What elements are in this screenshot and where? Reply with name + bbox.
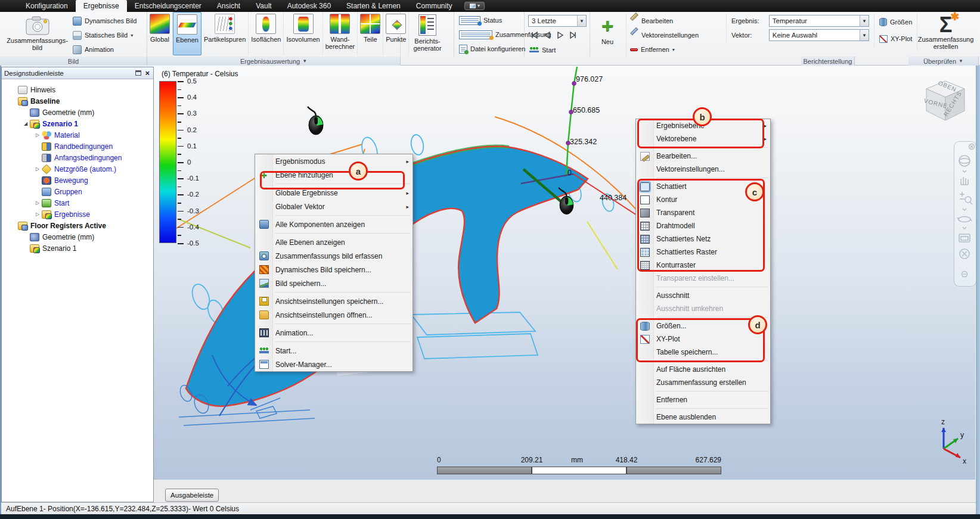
menu-item-start[interactable]: Start... [255,344,413,358]
zusammenfassungsbild-button[interactable]: Zusammenfassungs- bild [6,14,69,51]
menu-item-schattiertes-netz[interactable]: Schattiertes Netz [636,232,770,245]
view-cube[interactable]: OBEN VORNE RECHTS [917,75,974,132]
menu-item-globaler-vektor[interactable]: Globaler Vektor▸ [255,200,413,213]
skip-last-button[interactable] [567,30,579,41]
ribbon-button-global[interactable]: Global [147,12,173,55]
tree-item-netzgröße-autom[interactable]: ▷Netzgröße (autom.) [2,163,153,175]
menu-item-alle-komponenten-anzeigen[interactable]: Alle Komponenten anzeigen [255,217,413,231]
menu-item-transparent[interactable]: Transparent [636,206,770,219]
neu-button[interactable]: + Neu [595,15,620,45]
tree-item-gruppen[interactable]: Gruppen [2,186,153,197]
iteration-dropdown[interactable]: 3 Letzte ▼ [528,15,587,27]
previous-button[interactable] [541,30,553,41]
menu-item-ergebnismodus[interactable]: Ergebnismodus▸ [255,154,413,168]
tree-item-material[interactable]: ▷Material [2,129,153,141]
ergebnis-dropdown[interactable]: Temperatur▼ [769,15,869,27]
image-icon [259,279,269,288]
menu-item-bild-speichern[interactable]: Bild speichern... [255,276,413,290]
ribbon-button-teile[interactable]: Teile [358,12,383,55]
ribbon-button-bearbeiten[interactable]: Bearbeiten [630,14,699,28]
ribbon-button-größen[interactable]: Größen [879,14,912,30]
tab-konfiguration[interactable]: Konfiguration [18,0,76,12]
tree-item-geometrie-mm[interactable]: Geometrie (mm) [2,107,153,118]
tree-expander-icon[interactable]: ◢ [22,121,29,126]
tab-entscheidungscenter[interactable]: Entscheidungscenter [127,0,209,12]
float-panel-icon[interactable] [135,70,141,76]
menu-item-animation[interactable]: Animation... [255,326,413,340]
menu-item-ansichtseinstellungen-speichern[interactable]: Ansichtseinstellungen speichern... [255,294,413,308]
ribbon-button-dynamisches-bild[interactable]: Dynamisches Bild [73,14,137,28]
vektor-dropdown[interactable]: Keine Auswahl▼ [769,29,869,41]
tab-ansicht[interactable]: Ansicht [209,0,248,12]
group-label-ueberpruefen[interactable]: Überprüfen▼ [908,57,979,66]
tree-item-bewegung[interactable]: Bewegung [2,175,153,186]
menu-item-ebene-hinzufügen[interactable]: Ebene hinzufügen [255,168,413,182]
ribbon-button-isovolumen[interactable]: Isovolumen [284,12,322,55]
menu-item-xy-plot[interactable]: XY-Plot [636,332,770,346]
tab-vault[interactable]: Vault [248,0,279,12]
menu-item-vektorebene[interactable]: Vektorebene▸ [636,132,770,145]
tab-community[interactable]: Community [408,0,460,12]
vtf-icon [259,265,269,274]
tree-item-baseline[interactable]: Baseline [2,95,153,107]
menu-item-vektoreinstellungen[interactable]: Vektoreinstellungen... [636,163,770,176]
menu-item-alle-ebenen-anzeigen[interactable]: Alle Ebenen anzeigen [255,235,413,249]
tree-item-szenario-1[interactable]: ◢Szenario 1 [2,118,153,129]
menu-item-globale-ergebnisse[interactable]: Globale Ergebnisse▸ [255,186,413,200]
tree-expander-icon[interactable]: ▷ [34,212,41,217]
tree-expander-icon[interactable]: ▷ [34,200,41,206]
ribbon-button-partikelspuren[interactable]: Partikelspuren [201,12,249,55]
tab-ergebnisse[interactable]: Ergebnisse [76,0,127,12]
chevron-down-icon: ▼ [860,15,869,26]
global-cube-icon [150,14,170,34]
berichtsgenerator-button[interactable]: Berichts-generator [410,14,445,52]
menu-item-solver-manager[interactable]: Solver-Manager... [255,358,413,371]
start-button[interactable]: Start [529,43,556,57]
menu-item-drahtmodell[interactable]: Drahtmodell [636,219,770,232]
ribbon-button-wand-berechner[interactable]: Wand-berechner [323,12,358,55]
group-label-ergebnisauswertung[interactable]: Ergebnisauswertung▼ [147,57,401,66]
skip-first-button[interactable] [528,30,540,41]
spark-icon: ✱ [950,13,959,20]
menu-item-transparenz-einstellen[interactable]: Transparenz einstellen... [636,272,770,285]
ribbon-button-animation[interactable]: Animation [73,42,137,57]
tree-item-randbedingungen[interactable]: Randbedingungen [2,141,153,152]
tab-starten-lernen[interactable]: Starten & Lernen [339,0,408,12]
menu-item-zusammenfassungs-bild-erfassen[interactable]: Zusammenfassungs bild erfassen [255,249,413,263]
ribbon-button-ebenen[interactable]: Ebenen [173,12,201,55]
next-button[interactable] [554,30,566,41]
tree-expander-icon[interactable]: ▷ [34,166,41,172]
menu-item-tabelle-speichern[interactable]: Tabelle speichern... [636,346,770,359]
menu-item-ausschnitt-umkehren[interactable]: Ausschnitt umkehren [636,302,770,315]
menu-item-entfernen[interactable]: Entfernen [636,393,770,406]
output-bar-button[interactable]: Ausgabeleiste [165,489,219,502]
close-panel-icon[interactable]: × [145,70,150,76]
image-menu-button[interactable]: ▾ [464,2,485,10]
tab-autodesk-360[interactable]: Autodesk 360 [280,0,339,12]
tree-item-anfangsbedingungen[interactable]: Anfangsbedingungen [2,152,153,163]
ribbon-button-xy-plot[interactable]: XY-Plot [879,30,912,47]
legend-tick [178,122,181,123]
menu-item-ansichtseinstellungen-öffnen[interactable]: Ansichtseinstellungen öffnen... [255,308,413,322]
tree-item-geometrie-mm[interactable]: Geometrie (mm) [2,231,153,243]
menu-item-schattiertes-raster[interactable]: Schattiertes Raster [636,245,770,259]
menu-item-zusammenfassung-erstellen[interactable]: Zusammenfassung erstellen [636,376,770,389]
ribbon-button-vektoreinstellungen[interactable]: Vektoreinstellungen [630,28,699,42]
menu-item-bearbeiten[interactable]: Bearbeiten... [636,150,770,163]
menu-item-ausschnitt[interactable]: Ausschnitt [636,289,770,302]
tree-item-ergebnisse[interactable]: ▷Ergebnisse [2,209,153,220]
tree-item-label: Bewegung [54,176,88,185]
menu-item-konturraster[interactable]: Konturraster [636,259,770,272]
menu-item-ebene-ausblenden[interactable]: Ebene ausblenden [636,411,770,424]
zusammenfassung-erstellen-button[interactable]: Σ✱ Zusammenfassungerstellen [917,13,974,50]
menu-item-auf-fläche-ausrichten[interactable]: Auf Fläche ausrichten [636,363,770,376]
tree-item-hinweis[interactable]: Hinweis [2,84,153,95]
ribbon-button-entfernen[interactable]: Entfernen▾ [630,42,699,57]
tree-expander-icon[interactable]: ▷ [34,132,41,138]
ribbon-button-statisches-bild[interactable]: Statisches Bild▾ [73,28,137,42]
ribbon-button-isoflächen[interactable]: Isoflächen [249,12,284,55]
tree-item-szenario-1[interactable]: Szenario 1 [2,243,153,254]
menu-item-dynamisches-bild-speichern[interactable]: Dynamisches Bild speichern... [255,263,413,276]
tree-item-floor-registers-active[interactable]: Floor Registers Active [2,220,153,231]
tree-item-start[interactable]: ▷Start [2,197,153,209]
